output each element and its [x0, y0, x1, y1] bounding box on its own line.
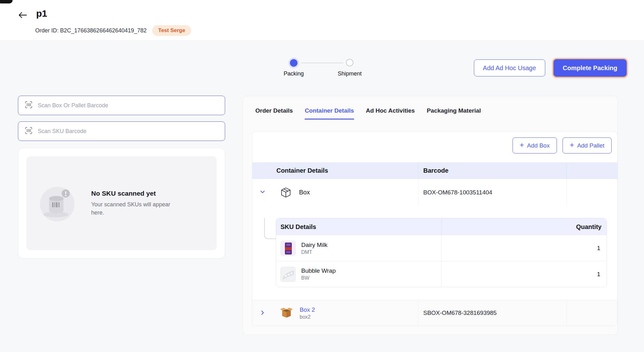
add-pallet-button[interactable]: + Add Pallet	[563, 137, 612, 154]
top-actions: Add Ad Hoc Usage Complete Packing	[474, 59, 627, 77]
container-name-link[interactable]: Box 2	[300, 306, 315, 313]
cardboard-box-icon	[280, 306, 293, 320]
container-barcode: SBOX-OM678-3281693985	[418, 300, 567, 326]
bubble-wrap-thumbnail	[280, 267, 296, 282]
order-id-text: Order ID: B2C_1766386266462640419_782	[35, 27, 147, 34]
sku-row-bubble-wrap: Bubble Wrap BW 1	[276, 261, 607, 287]
sku-quantity: 1	[441, 235, 607, 261]
back-arrow-icon	[18, 11, 27, 20]
container-code: box2	[300, 314, 315, 320]
container-name: Box	[299, 189, 310, 196]
page-title: p1	[36, 8, 47, 19]
empty-state-text: No SKU scanned yet Your scanned SKUs wil…	[91, 190, 179, 217]
stepper-label-packing: Packing	[277, 70, 311, 77]
scan-sku-input-wrapper	[18, 121, 225, 141]
dairy-milk-thumbnail	[280, 241, 296, 256]
add-box-label: Add Box	[527, 142, 550, 149]
scan-box-input-wrapper	[18, 96, 225, 115]
column-header-quantity: Quantity	[441, 218, 607, 235]
tab-packaging-material[interactable]: Packaging Material	[427, 107, 481, 120]
column-header-container-details: Container Details	[252, 162, 418, 179]
box-expanded-section: SKU Details Quantity	[252, 218, 617, 287]
tab-order-details[interactable]: Order Details	[255, 107, 293, 120]
back-button[interactable]	[16, 10, 29, 21]
sku-quantity: 1	[441, 261, 607, 287]
scan-sku-input[interactable]	[38, 128, 219, 135]
card-actions: + Add Box + Add Pallet	[252, 131, 617, 154]
sku-name: Dairy Milk	[301, 242, 327, 249]
complete-packing-button[interactable]: Complete Packing	[553, 59, 627, 77]
packing-page: { "colors": { "accent": "#4a5cf0", "badg…	[0, 0, 644, 352]
container-row-box2[interactable]: Box 2 box2 SBOX-OM678-3281693985	[252, 300, 617, 326]
tab-ad-hoc-activities[interactable]: Ad Hoc Activities	[366, 107, 415, 120]
app-header: p1 Order ID: B2C_1766386266462640419_782…	[0, 0, 644, 41]
tab-container-details[interactable]: Container Details	[305, 107, 354, 120]
sku-name: Bubble Wrap	[301, 267, 336, 274]
stepper-dot-packing	[290, 59, 297, 67]
add-pallet-label: Add Pallet	[577, 142, 604, 149]
details-panel: Order Details Container Details Ad Hoc A…	[242, 96, 618, 335]
empty-state-subtitle: Your scanned SKUs will appear here.	[91, 200, 179, 217]
chevron-down-icon	[259, 188, 266, 196]
stepper-connector-line	[301, 63, 343, 63]
order-meta: Order ID: B2C_1766386266462640419_782 Te…	[35, 25, 191, 36]
sku-sub-table: SKU Details Quantity	[276, 218, 607, 287]
scanned-sku-empty-card: No SKU scanned yet Your scanned SKUs wil…	[18, 148, 225, 259]
plus-icon: +	[570, 142, 574, 149]
scan-box-or-pallet-input[interactable]	[38, 102, 219, 109]
empty-canister-illustration	[35, 179, 82, 227]
stepper-label-shipment: Shipment	[332, 70, 367, 77]
add-box-button[interactable]: + Add Box	[513, 137, 557, 154]
order-status-badge: Test Serge	[152, 25, 191, 36]
container-details-card: + Add Box + Add Pallet Container Details…	[252, 131, 618, 326]
sku-table-header: SKU Details Quantity	[276, 218, 607, 235]
barcode-scan-icon	[25, 101, 33, 110]
barcode-scan-icon	[25, 126, 33, 136]
collapse-row-button[interactable]	[258, 188, 267, 197]
chevron-right-icon	[259, 309, 266, 317]
container-row-box[interactable]: Box BOX-OM678-1003511404	[252, 179, 617, 206]
container-table-header: Container Details Barcode	[252, 162, 617, 179]
empty-state-title: No SKU scanned yet	[91, 190, 179, 197]
column-header-barcode: Barcode	[418, 162, 567, 179]
sku-code: BW	[301, 275, 336, 281]
plus-icon: +	[520, 142, 524, 149]
sku-row-dairy-milk: Dairy Milk DMT 1	[276, 235, 607, 261]
column-header-empty	[567, 162, 617, 179]
scan-sidebar: No SKU scanned yet Your scanned SKUs wil…	[18, 96, 225, 259]
add-ad-hoc-usage-button[interactable]: Add Ad Hoc Usage	[474, 59, 545, 76]
box-outline-icon	[280, 186, 292, 199]
container-barcode: BOX-OM678-1003511404	[418, 179, 567, 206]
sku-code: DMT	[301, 249, 327, 255]
screen-corner-artifact	[0, 0, 13, 3]
empty-state: No SKU scanned yet Your scanned SKUs wil…	[26, 156, 217, 250]
detail-tabs: Order Details Container Details Ad Hoc A…	[243, 96, 618, 120]
stepper-dot-shipment	[346, 59, 353, 66]
column-header-sku-details: SKU Details	[276, 218, 441, 235]
expand-row-button[interactable]	[258, 309, 267, 317]
tree-connector-line	[264, 218, 276, 239]
